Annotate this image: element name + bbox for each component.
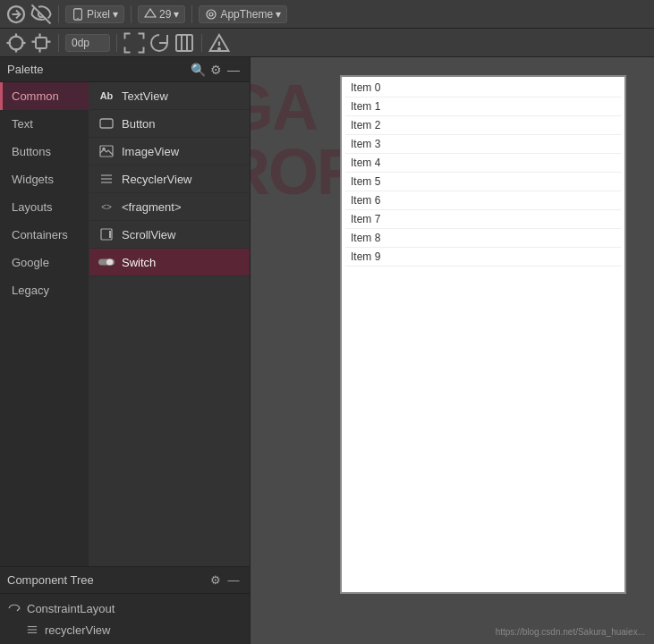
scrollview-icon bbox=[98, 226, 115, 242]
svg-marker-3 bbox=[145, 9, 156, 17]
fragment-icon: <> bbox=[98, 199, 115, 215]
theme-label: AppTheme bbox=[220, 8, 273, 21]
warning-icon[interactable] bbox=[208, 32, 230, 54]
list-item: Item 7 bbox=[345, 210, 621, 229]
list-item[interactable]: <> <fragment> bbox=[89, 193, 250, 221]
device-frame: Item 0 Item 1 Item 2 Item 3 Item 4 Item … bbox=[340, 75, 626, 594]
palette-content: Common Text Buttons Widgets Layouts Cont… bbox=[0, 82, 250, 566]
api-label: 29 bbox=[159, 8, 171, 21]
second-toolbar bbox=[0, 29, 654, 57]
list-item[interactable]: ScrollView bbox=[89, 221, 250, 249]
palette-search-icon[interactable]: 🔍 bbox=[189, 61, 207, 79]
list-item: Item 1 bbox=[345, 97, 621, 116]
tree-item-label: ConstraintLayout bbox=[27, 602, 115, 615]
sidebar-item-google[interactable]: Google bbox=[0, 249, 89, 276]
component-tree: Component Tree ⚙ — ConstraintLayout recy… bbox=[0, 566, 250, 644]
tree-settings-icon[interactable]: ⚙ bbox=[207, 572, 225, 589]
rotate-icon[interactable] bbox=[5, 4, 27, 25]
list-item: Item 2 bbox=[345, 116, 621, 135]
widget-label: ScrollView bbox=[122, 228, 175, 242]
recyclerview-icon bbox=[98, 171, 115, 187]
chevron-down-icon: ▾ bbox=[113, 8, 118, 21]
tree-item[interactable]: ConstraintLayout bbox=[0, 597, 250, 619]
eye-slash-icon[interactable] bbox=[30, 4, 52, 25]
tree-minimize-icon[interactable]: — bbox=[225, 572, 242, 589]
recyclerview-tree-icon bbox=[25, 623, 39, 637]
list-item[interactable]: Button bbox=[89, 110, 250, 138]
svg-point-6 bbox=[10, 36, 23, 49]
tree-header: Component Tree ⚙ — bbox=[0, 567, 250, 594]
widget-label: ImageView bbox=[122, 145, 179, 158]
list-item[interactable]: RecyclerView bbox=[89, 165, 250, 193]
list-item[interactable]: Switch bbox=[89, 249, 250, 276]
left-panel: Palette 🔍 ⚙ — Common Text Buttons Widget… bbox=[0, 57, 251, 644]
svg-point-20 bbox=[103, 148, 105, 149]
sidebar-item-widgets[interactable]: Widgets bbox=[0, 165, 89, 193]
url-bar: https://blog.csdn.net/Sakura_huaiex... bbox=[496, 627, 645, 637]
select-icon[interactable] bbox=[5, 32, 27, 54]
separator bbox=[191, 5, 192, 23]
canvas-area: GA RORY M Item 0 Item 1 Item 2 Item 3 It… bbox=[251, 57, 654, 644]
widget-label: Button bbox=[122, 117, 156, 131]
main-area: Palette 🔍 ⚙ — Common Text Buttons Widget… bbox=[0, 57, 654, 644]
separator bbox=[131, 5, 132, 23]
list-item[interactable]: ImageView bbox=[89, 138, 250, 165]
palette-header: Palette 🔍 ⚙ — bbox=[0, 57, 250, 82]
chevron-down-icon: ▾ bbox=[276, 8, 281, 21]
theme-selector[interactable]: AppTheme ▾ bbox=[199, 5, 287, 23]
sidebar-item-buttons[interactable]: Buttons bbox=[0, 138, 89, 165]
widget-label: Switch bbox=[122, 256, 156, 269]
refresh-icon[interactable] bbox=[149, 32, 170, 54]
tree-item[interactable]: recyclerView bbox=[0, 619, 250, 640]
palette-minimize-icon[interactable]: — bbox=[225, 61, 242, 79]
list-item: Item 5 bbox=[345, 173, 621, 191]
svg-point-5 bbox=[209, 13, 213, 16]
device-label: Pixel bbox=[87, 8, 110, 21]
fit-icon[interactable] bbox=[123, 32, 145, 54]
sidebar-item-layouts[interactable]: Layouts bbox=[0, 193, 89, 221]
separator bbox=[116, 34, 117, 52]
svg-rect-18 bbox=[100, 119, 113, 128]
tree-content: ConstraintLayout recyclerView bbox=[0, 594, 250, 644]
blueprint-icon[interactable] bbox=[174, 32, 195, 54]
sidebar-item-text[interactable]: Text bbox=[0, 110, 89, 138]
tree-item-label: recyclerView bbox=[45, 623, 110, 637]
separator bbox=[58, 5, 59, 23]
svg-point-17 bbox=[218, 47, 220, 49]
svg-point-27 bbox=[106, 258, 113, 265]
list-item: Item 0 bbox=[345, 79, 621, 97]
widget-label: RecyclerView bbox=[122, 173, 192, 186]
separator bbox=[58, 34, 59, 52]
list-item: Item 8 bbox=[345, 229, 621, 248]
sidebar-item-legacy[interactable]: Legacy bbox=[0, 276, 89, 304]
svg-point-2 bbox=[77, 17, 78, 18]
list-item[interactable]: Ab TextView bbox=[89, 82, 250, 110]
sidebar-item-common[interactable]: Common bbox=[0, 82, 89, 110]
url-text: https://blog.csdn.net/Sakura_huaiex... bbox=[496, 627, 645, 637]
api-selector[interactable]: 29 ▾ bbox=[138, 5, 185, 23]
svg-rect-11 bbox=[36, 38, 47, 48]
palette-settings-icon[interactable]: ⚙ bbox=[207, 61, 225, 79]
sidebar-item-containers[interactable]: Containers bbox=[0, 221, 89, 249]
svg-point-4 bbox=[207, 10, 216, 19]
widget-label: TextView bbox=[122, 89, 168, 103]
top-toolbar: Pixel ▾ 29 ▾ AppTheme ▾ bbox=[0, 0, 654, 29]
separator bbox=[201, 34, 202, 52]
svg-rect-12 bbox=[176, 35, 192, 51]
device-selector[interactable]: Pixel ▾ bbox=[65, 5, 124, 23]
list-item: Item 6 bbox=[345, 191, 621, 210]
list-item: Item 9 bbox=[345, 248, 621, 267]
constraint-layout-icon bbox=[7, 601, 21, 615]
switch-icon bbox=[98, 254, 115, 270]
panning-icon[interactable] bbox=[30, 32, 52, 54]
textview-icon: Ab bbox=[98, 88, 115, 104]
palette-title: Palette bbox=[7, 63, 189, 76]
category-list: Common Text Buttons Widgets Layouts Cont… bbox=[0, 82, 89, 566]
zoom-input[interactable] bbox=[65, 34, 110, 52]
button-icon bbox=[98, 115, 115, 131]
list-item: Item 3 bbox=[345, 135, 621, 154]
widget-label: <fragment> bbox=[122, 200, 182, 214]
chevron-down-icon: ▾ bbox=[174, 8, 179, 21]
widget-list: Ab TextView Button ImageView bbox=[89, 82, 250, 566]
list-item: Item 4 bbox=[345, 154, 621, 173]
